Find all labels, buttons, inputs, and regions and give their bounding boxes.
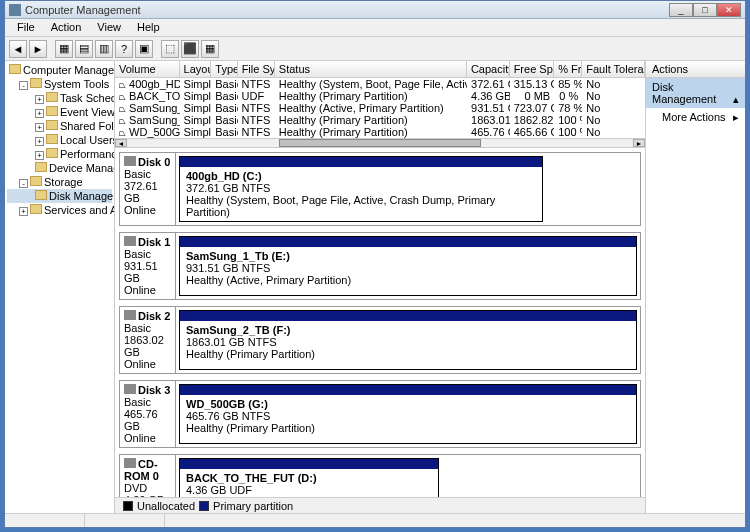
menubar: File Action View Help <box>5 19 745 37</box>
disk-graphical-pane[interactable]: Disk 0Basic372.61 GBOnline400gb_HD (C:)3… <box>115 148 645 497</box>
volume-list[interactable]: ⏢ 400gb_HD (C:)SimpleBasicNTFSHealthy (S… <box>115 78 645 138</box>
computer-icon <box>9 64 21 74</box>
disk-icon <box>124 310 136 320</box>
col-pfree[interactable]: % Free <box>554 61 582 77</box>
folder-icon <box>46 148 58 158</box>
disk-icon <box>35 190 47 200</box>
maximize-button[interactable]: □ <box>693 3 717 17</box>
disk-info: Disk 1Basic931.51 GBOnline <box>120 233 176 299</box>
statusbar <box>5 513 745 527</box>
volume-row[interactable]: ⏢ SamSung_2_TB (F:)SimpleBasicNTFSHealth… <box>115 114 645 126</box>
chevron-up-icon: ▴ <box>733 93 739 106</box>
back-button[interactable]: ◄ <box>9 40 27 58</box>
col-capacity[interactable]: Capacity <box>467 61 510 77</box>
disk-row[interactable]: Disk 3Basic465.76 GBOnlineWD_500GB (G:)4… <box>119 380 641 448</box>
scroll-left-icon[interactable]: ◄ <box>115 139 127 147</box>
tree-services[interactable]: +Services and Applications <box>7 203 112 217</box>
toolbar-icon[interactable]: ▥ <box>95 40 113 58</box>
actions-header: Actions <box>646 61 745 78</box>
disk-volume[interactable]: 400gb_HD (C:)372.61 GB NTFSHealthy (Syst… <box>179 156 543 222</box>
action-more[interactable]: More Actions▸ <box>646 108 745 126</box>
actions-pane: Actions Disk Management▴ More Actions▸ <box>645 61 745 513</box>
disk-row[interactable]: Disk 2Basic1863.02 GBOnlineSamSung_2_TB … <box>119 306 641 374</box>
collapse-icon[interactable]: - <box>19 81 28 90</box>
volume-header: Volume Layout Type File System Status Ca… <box>115 61 645 78</box>
menu-view[interactable]: View <box>89 19 129 36</box>
folder-icon <box>46 120 58 130</box>
disk-info: Disk 3Basic465.76 GBOnline <box>120 381 176 447</box>
toolbar-icon[interactable]: ▦ <box>55 40 73 58</box>
action-disk-management[interactable]: Disk Management▴ <box>646 78 745 108</box>
menu-action[interactable]: Action <box>43 19 90 36</box>
tree-performance[interactable]: +Performance <box>7 147 112 161</box>
expand-icon[interactable]: + <box>35 95 44 104</box>
disk-icon <box>124 384 136 394</box>
volume-row[interactable]: ⏢ BACK_TO_THE_F...SimpleBasicUDFHealthy … <box>115 90 645 102</box>
scroll-right-icon[interactable]: ► <box>633 139 645 147</box>
expand-icon[interactable]: + <box>35 109 44 118</box>
toolbar-icon[interactable]: ▤ <box>75 40 93 58</box>
toolbar-icon[interactable]: ▣ <box>135 40 153 58</box>
disk-row[interactable]: CD-ROM 0DVD4.36 GBOnlineBACK_TO_THE_FUT … <box>119 454 641 497</box>
folder-icon <box>30 78 42 88</box>
toolbar-icon[interactable]: ? <box>115 40 133 58</box>
close-button[interactable]: ✕ <box>717 3 741 17</box>
col-type[interactable]: Type <box>211 61 237 77</box>
toolbar-icon[interactable]: ⬛ <box>181 40 199 58</box>
forward-button[interactable]: ► <box>29 40 47 58</box>
col-fault[interactable]: Fault Tolerance <box>582 61 645 77</box>
expand-icon[interactable]: + <box>35 151 44 160</box>
disk-volume[interactable]: WD_500GB (G:)465.76 GB NTFSHealthy (Prim… <box>179 384 637 444</box>
toolbar: ◄ ► ▦ ▤ ▥ ? ▣ ⬚ ⬛ ▦ <box>5 37 745 61</box>
horizontal-scrollbar[interactable]: ◄ ► <box>115 138 645 148</box>
disk-volume[interactable]: SamSung_2_TB (F:)1863.01 GB NTFSHealthy … <box>179 310 637 370</box>
toolbar-icon[interactable]: ▦ <box>201 40 219 58</box>
legend: Unallocated Primary partition <box>115 497 645 513</box>
col-status[interactable]: Status <box>275 61 467 77</box>
tree-event-viewer[interactable]: +Event Viewer <box>7 105 112 119</box>
scroll-thumb[interactable] <box>279 139 481 147</box>
tree-root[interactable]: Computer Management (Local <box>7 63 112 77</box>
col-layout[interactable]: Layout <box>180 61 212 77</box>
tree-disk-management[interactable]: Disk Management <box>7 189 112 203</box>
tree-task-scheduler[interactable]: +Task Scheduler <box>7 91 112 105</box>
col-fs[interactable]: File System <box>238 61 275 77</box>
disk-volume[interactable]: SamSung_1_Tb (E:)931.51 GB NTFSHealthy (… <box>179 236 637 296</box>
expand-icon[interactable]: + <box>35 123 44 132</box>
disk-icon <box>124 458 136 468</box>
tree-shared-folders[interactable]: +Shared Folders <box>7 119 112 133</box>
folder-icon <box>46 92 58 102</box>
app-icon <box>9 4 21 16</box>
menu-help[interactable]: Help <box>129 19 168 36</box>
main-pane: Volume Layout Type File System Status Ca… <box>115 61 645 513</box>
minimize-button[interactable]: _ <box>669 3 693 17</box>
col-free[interactable]: Free Space <box>510 61 555 77</box>
volume-row[interactable]: ⏢ WD_500GB (G:)SimpleBasicNTFSHealthy (P… <box>115 126 645 138</box>
disk-info: Disk 0Basic372.61 GBOnline <box>120 153 176 225</box>
tree-device-manager[interactable]: Device Manager <box>7 161 112 175</box>
disk-info: Disk 2Basic1863.02 GBOnline <box>120 307 176 373</box>
collapse-icon[interactable]: - <box>19 179 28 188</box>
tree-local-users[interactable]: +Local Users and Groups <box>7 133 112 147</box>
expand-icon[interactable]: + <box>19 207 28 216</box>
disk-row[interactable]: Disk 1Basic931.51 GBOnlineSamSung_1_Tb (… <box>119 232 641 300</box>
col-volume[interactable]: Volume <box>115 61 180 77</box>
window-title: Computer Management <box>25 4 669 16</box>
main-window: Computer Management _ □ ✕ File Action Vi… <box>4 0 746 528</box>
disk-volume[interactable]: BACK_TO_THE_FUT (D:)4.36 GB UDFHealthy (… <box>179 458 439 497</box>
expand-icon[interactable]: + <box>35 137 44 146</box>
legend-primary: Primary partition <box>213 500 293 512</box>
folder-icon <box>30 176 42 186</box>
volume-row[interactable]: ⏢ SamSung_1_Tb (E:)SimpleBasicNTFSHealth… <box>115 102 645 114</box>
disk-row[interactable]: Disk 0Basic372.61 GBOnline400gb_HD (C:)3… <box>119 152 641 226</box>
tree-system-tools[interactable]: -System Tools <box>7 77 112 91</box>
folder-icon <box>46 106 58 116</box>
legend-swatch-unallocated <box>123 501 133 511</box>
menu-file[interactable]: File <box>9 19 43 36</box>
tree-pane[interactable]: Computer Management (Local -System Tools… <box>5 61 115 513</box>
toolbar-icon[interactable]: ⬚ <box>161 40 179 58</box>
device-icon <box>35 162 47 172</box>
folder-icon <box>30 204 42 214</box>
tree-storage[interactable]: -Storage <box>7 175 112 189</box>
volume-row[interactable]: ⏢ 400gb_HD (C:)SimpleBasicNTFSHealthy (S… <box>115 78 645 90</box>
